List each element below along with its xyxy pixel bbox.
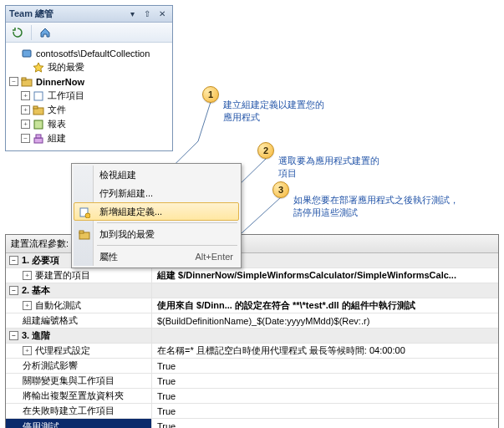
new-build-def-icon	[78, 206, 91, 219]
tree-builds[interactable]: − 組建	[6, 131, 172, 145]
dropdown-icon[interactable]: ▾	[125, 8, 139, 21]
callout-bubble-3: 3	[272, 181, 289, 198]
panel-toolbar	[6, 23, 172, 43]
grid-row-automated-tests[interactable]: +自動化測試 使用來自 $/Dinn... 的設定在符合 **\*test*.d…	[6, 298, 498, 313]
menu-properties-label: 屬性	[99, 251, 118, 263]
close-icon[interactable]: ✕	[155, 8, 169, 21]
expand-icon[interactable]: +	[21, 120, 30, 129]
pin-icon[interactable]: ⇧	[140, 8, 154, 21]
build-icon	[32, 132, 45, 145]
tree-collection-label: contosotfs\DefaultCollection	[36, 48, 150, 59]
builds-context-menu: 檢視組建 佇列新組建... 新增組建定義... 加到我的最愛 屬性 Alt+En…	[71, 163, 242, 268]
svg-rect-7	[34, 138, 43, 143]
menu-view-builds-label: 檢視組建	[99, 169, 136, 181]
tool-home-button[interactable]	[37, 24, 53, 41]
tree-documents-label: 文件	[48, 104, 66, 116]
menu-queue-label: 佇列新組建...	[99, 187, 153, 200]
add-favorite-icon	[78, 228, 91, 242]
team-explorer-panel: Team 總管 ▾ ⇧ ✕ contosotfs\DefaultCollecti…	[5, 5, 173, 151]
svg-rect-8	[36, 135, 41, 138]
project-icon	[20, 75, 33, 89]
tree-documents[interactable]: + 文件	[6, 103, 172, 117]
grid-row-analyze-test-impact[interactable]: 分析測試影響 True	[6, 359, 498, 374]
grid-row-copy-outputs[interactable]: 將輸出複製至置放資料夾 True	[6, 389, 498, 404]
menu-add-to-favorites[interactable]: 加到我的最愛	[74, 225, 239, 243]
menu-queue-new-build[interactable]: 佇列新組建...	[74, 184, 239, 202]
tree-project-label: DinnerNow	[36, 77, 84, 87]
menu-properties[interactable]: 屬性 Alt+Enter	[74, 247, 239, 266]
grid-row-build-number-format[interactable]: 組建編號格式 $(BuildDefinitionName)_$(Date:yyy…	[6, 313, 498, 329]
expand-icon[interactable]: +	[21, 91, 30, 100]
grid-row-associate-changesets[interactable]: 關聯變更集與工作項目 True	[6, 374, 498, 389]
tree-reports[interactable]: + 報表	[6, 117, 172, 131]
tree-fav-label: 我的最愛	[48, 61, 84, 74]
callout-bubble-1: 1	[202, 86, 219, 103]
grid-row-items-to-build[interactable]: +要建置的項目 組建 $/DinnerNow/SimpleWinformsCal…	[6, 268, 498, 283]
star-icon	[32, 61, 45, 74]
report-icon	[32, 118, 45, 131]
callout-1: 建立組建定義以建置您的 應用程式	[223, 99, 324, 124]
panel-titlebar: Team 總管 ▾ ⇧ ✕	[6, 6, 172, 23]
svg-rect-3	[34, 92, 43, 100]
tool-refresh-button[interactable]	[9, 24, 26, 41]
collapse-icon[interactable]: −	[9, 286, 18, 295]
svg-rect-2	[22, 78, 26, 80]
collection-icon	[20, 47, 33, 60]
svg-rect-5	[33, 106, 38, 109]
svg-point-10	[85, 213, 90, 218]
panel-title: Team 總管	[9, 8, 124, 20]
grid-row-create-wi-on-failure[interactable]: 在失敗時建立工作項目 True	[6, 404, 498, 419]
expand-icon[interactable]: +	[23, 271, 32, 280]
menu-separator	[97, 245, 237, 246]
expand-icon[interactable]: +	[21, 105, 30, 115]
svg-rect-0	[23, 50, 31, 57]
toolbar-separator	[31, 25, 32, 40]
callout-bubble-2: 2	[257, 142, 274, 159]
menu-new-build-definition[interactable]: 新增組建定義...	[74, 202, 239, 221]
expand-icon[interactable]: +	[23, 346, 32, 355]
collapse-icon[interactable]: −	[9, 77, 18, 86]
collapse-icon[interactable]: −	[9, 256, 18, 265]
tree-workitems[interactable]: + 工作項目	[6, 89, 172, 103]
tree-workitems-label: 工作項目	[48, 89, 84, 102]
tree-collection[interactable]: contosotfs\DefaultCollection	[6, 46, 172, 60]
grid-section-advanced[interactable]: −3. 進階	[6, 329, 498, 344]
tree-favorites[interactable]: 我的最愛	[6, 60, 172, 74]
svg-rect-12	[79, 231, 84, 233]
grid-section-basic[interactable]: −2. 基本	[6, 283, 498, 298]
workitems-icon	[32, 89, 45, 103]
tree-reports-label: 報表	[48, 118, 66, 130]
collapse-icon[interactable]: −	[9, 331, 18, 340]
grid-row-agent-settings[interactable]: +代理程式設定 在名稱=* 且標記空白時使用代理程式 最長等候時間: 04:00…	[6, 344, 498, 359]
tree-project[interactable]: − DinnerNow	[6, 74, 172, 89]
menu-addfav-label: 加到我的最愛	[99, 228, 155, 241]
folder-icon	[32, 104, 45, 117]
grid-row-disable-tests[interactable]: 停用測試 True	[6, 419, 498, 428]
menu-new-build-def-label: 新增組建定義...	[99, 206, 162, 218]
tree-builds-label: 組建	[48, 132, 66, 145]
svg-rect-6	[34, 120, 43, 129]
callout-2: 選取要為應用程式建置的 項目	[278, 155, 379, 180]
expand-icon[interactable]: +	[23, 301, 32, 310]
collapse-icon[interactable]: −	[21, 134, 30, 143]
menu-view-builds[interactable]: 檢視組建	[74, 166, 239, 184]
callout-3: 如果您要在部署應用程式之後執行測試， 請停用這些測試	[293, 194, 459, 219]
tree: contosotfs\DefaultCollection 我的最愛 − Dinn…	[6, 43, 172, 150]
menu-separator	[97, 222, 237, 223]
menu-properties-shortcut: Alt+Enter	[195, 252, 233, 262]
